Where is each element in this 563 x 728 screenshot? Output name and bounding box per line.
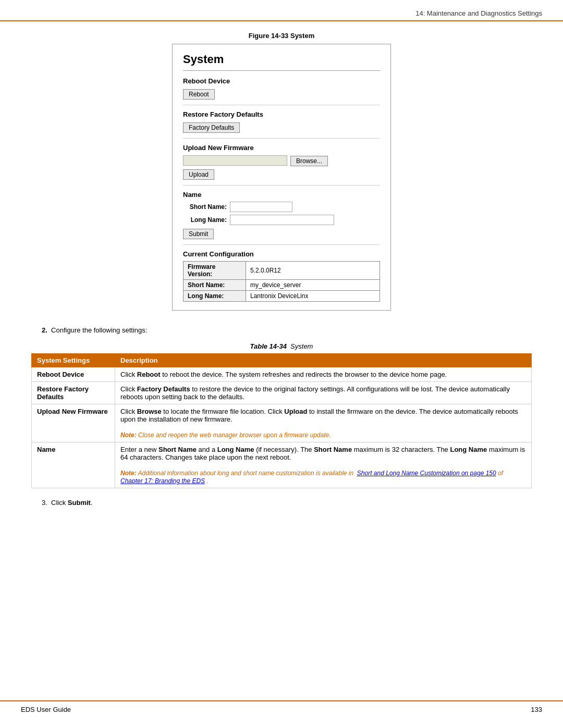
firmware-section: Upload New Firmware Browse... Upload [183, 144, 380, 186]
fw-version-value: 5.2.0.0R12 [246, 262, 380, 280]
step2-text: 2. Configure the following settings: [31, 326, 532, 334]
short-name-row: Short Name: [183, 202, 380, 212]
chapter17-link[interactable]: Chapter 17: Branding the EDS [120, 477, 205, 485]
system-box: System Reboot Device Reboot Restore Fact… [172, 44, 391, 311]
col-description: Description [115, 354, 532, 367]
footer-right: 133 [531, 706, 542, 713]
long-name-row: Long Name: [183, 215, 380, 225]
description-table: System Settings Description Reboot Devic… [31, 353, 532, 488]
row-reboot-desc: Click Reboot to reboot the device. The s… [115, 367, 532, 382]
short-long-name-link[interactable]: Short and Long Name Customization on pag… [357, 470, 496, 477]
name-section: Name Short Name: Long Name: Submit [183, 191, 380, 245]
table-row: Upload New Firmware Click Browse to loca… [32, 404, 532, 442]
header-title: 14: Maintenance and Diagnostics Settings [415, 9, 542, 17]
name-note: Note: Additional information about long … [120, 470, 503, 485]
short-name-label: Short Name: [183, 203, 230, 211]
table-row: Name Enter a new Short Name and a Long N… [32, 442, 532, 488]
step2-number: 2. [42, 326, 47, 334]
table-header-row: System Settings Description [32, 354, 532, 367]
step3-number: 3. [42, 499, 47, 507]
table-label: Table 14-34 System [31, 342, 532, 350]
row-reboot-setting: Reboot Device [32, 367, 115, 382]
submit-button[interactable]: Submit [183, 229, 214, 239]
row-name-desc: Enter a new Short Name and a Long Name (… [115, 442, 532, 488]
config-section: Current Configuration Firmware Version: … [183, 250, 380, 302]
factory-defaults-button[interactable]: Factory Defaults [183, 122, 240, 133]
reboot-label: Reboot Device [183, 77, 380, 85]
upload-button[interactable]: Upload [183, 169, 214, 180]
browse-button[interactable]: Browse... [290, 156, 328, 166]
long-name-value: Lantronix DeviceLinx [246, 291, 380, 302]
page-content: Figure 14-33 System System Reboot Device… [0, 32, 563, 553]
short-name-value: my_device_server [246, 280, 380, 291]
short-name-key: Short Name: [183, 280, 246, 291]
long-name-key: Long Name: [183, 291, 246, 302]
step3-text: 3. Click Submit. [31, 499, 532, 507]
firmware-note: Note: Close and reopen the web manager b… [120, 431, 331, 439]
config-table: Firmware Version: 5.2.0.0R12 Short Name:… [183, 261, 380, 302]
row-restore-desc: Click Factory Defaults to restore the de… [115, 382, 532, 404]
reboot-button[interactable]: Reboot [183, 89, 215, 100]
long-name-label: Long Name: [183, 216, 230, 224]
table-row: Restore Factory Defaults Click Factory D… [32, 382, 532, 404]
long-name-input[interactable] [230, 215, 334, 225]
figure-label: Figure 14-33 System [31, 32, 532, 40]
table-row: Short Name: my_device_server [183, 280, 380, 291]
firmware-file-input[interactable] [183, 155, 287, 166]
config-label: Current Configuration [183, 250, 380, 258]
firmware-row: Browse... [183, 155, 380, 166]
col-system-settings: System Settings [32, 354, 115, 367]
step3-submit-ref: Submit [68, 499, 91, 507]
reboot-section: Reboot Device Reboot [183, 77, 380, 105]
table-row: Reboot Device Click Reboot to reboot the… [32, 367, 532, 382]
row-restore-setting: Restore Factory Defaults [32, 382, 115, 404]
table-row: Firmware Version: 5.2.0.0R12 [183, 262, 380, 280]
row-firmware-desc: Click Browse to locate the firmware file… [115, 404, 532, 442]
firmware-label: Upload New Firmware [183, 144, 380, 152]
short-name-input[interactable] [230, 202, 292, 212]
footer-left: EDS User Guide [21, 706, 71, 713]
page-header: 14: Maintenance and Diagnostics Settings [0, 0, 563, 21]
table-row: Long Name: Lantronix DeviceLinx [183, 291, 380, 302]
page-footer: EDS User Guide 133 [0, 700, 563, 718]
name-label: Name [183, 191, 380, 199]
restore-label: Restore Factory Defaults [183, 110, 380, 118]
row-name-setting: Name [32, 442, 115, 488]
fw-version-key: Firmware Version: [183, 262, 246, 280]
restore-section: Restore Factory Defaults Factory Default… [183, 110, 380, 139]
system-title: System [183, 53, 380, 71]
row-firmware-setting: Upload New Firmware [32, 404, 115, 442]
